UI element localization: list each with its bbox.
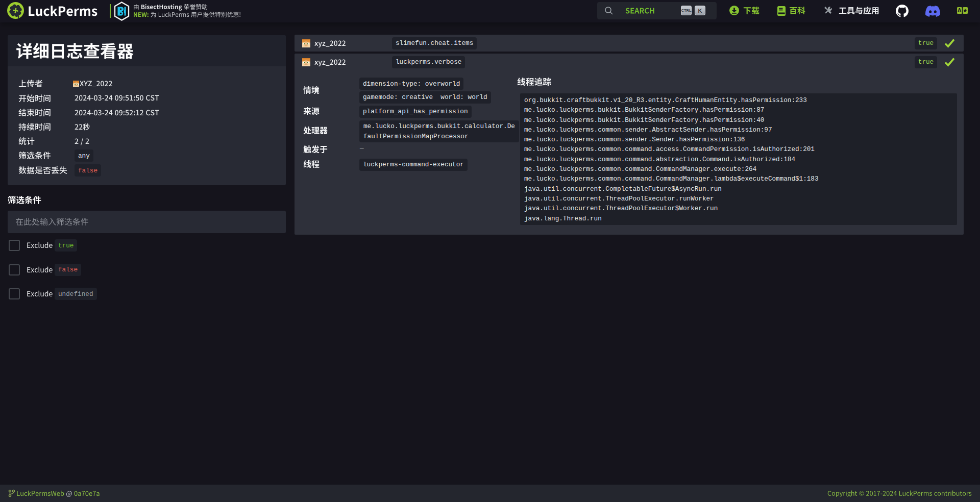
svg-text:A: A [958, 7, 962, 13]
